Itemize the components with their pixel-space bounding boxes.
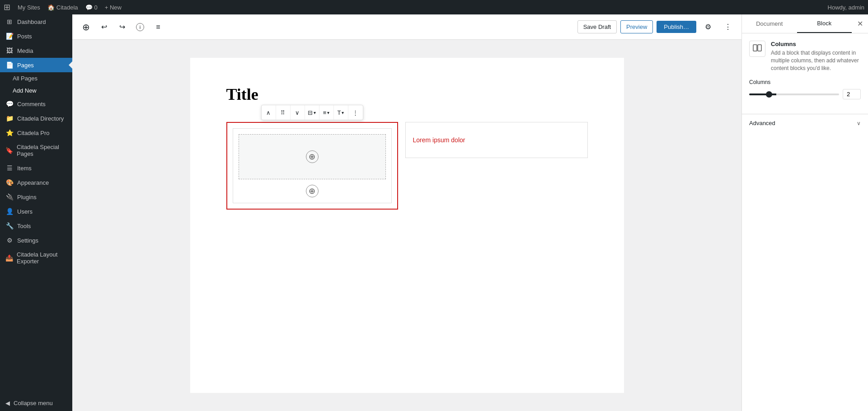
sidebar-label-settings: Settings (17, 237, 38, 244)
sidebar-label-citadela-layout: Citadela Layout Exporter (17, 251, 67, 265)
list-view-button[interactable]: ≡ (150, 19, 166, 35)
align-icon: ≡ (323, 109, 327, 116)
columns-inner: ⊕ ⊕ (233, 128, 392, 203)
block-type-icon-box (749, 41, 765, 57)
block-move-up-button[interactable]: ∧ (262, 105, 276, 120)
add-block-button[interactable]: ⊕ (78, 19, 94, 35)
my-sites-item[interactable]: My Sites (18, 4, 40, 11)
columns-control-section: Columns (749, 79, 861, 99)
citadela-layout-icon: 📤 (5, 254, 13, 262)
sidebar-item-plugins[interactable]: 🔌 Plugins (0, 190, 72, 204)
panel-body: Columns Add a block that displays conten… (742, 33, 868, 114)
sidebar-item-citadela-pro[interactable]: ⭐ Citadela Pro (0, 126, 72, 140)
editor-toolbar: ⊕ ↩ ↪ i ≡ Save Draft Preview (72, 14, 741, 40)
block-more-button[interactable]: ⋮ (348, 105, 363, 120)
sidebar-item-settings[interactable]: ⚙ Settings (0, 233, 72, 248)
block-toolbar: ∧ ⠿ ∨ ⊟ ≡ (261, 105, 363, 120)
sidebar-item-pages[interactable]: 📄 Pages (0, 58, 72, 72)
redo-button[interactable]: ↪ (114, 19, 130, 35)
close-icon: ✕ (857, 19, 863, 28)
comments-item[interactable]: 💬 0 (85, 4, 98, 11)
slider-row (749, 89, 861, 99)
new-item[interactable]: + New (105, 4, 122, 11)
sidebar-item-appearance[interactable]: 🎨 Appearance (0, 175, 72, 190)
sidebar-item-citadela-special[interactable]: 🔖 Citadela Special Pages (0, 140, 72, 161)
sidebar-label-citadela-pro: Citadela Pro (17, 130, 50, 136)
panel-close-button[interactable]: ✕ (852, 14, 868, 33)
block-type-button[interactable]: ⊟ (305, 105, 319, 120)
sidebar-label-pages: Pages (17, 62, 34, 69)
block-type-icon (753, 43, 762, 55)
plugins-icon: 🔌 (5, 193, 14, 201)
sidebar-item-users[interactable]: 👤 Users (0, 204, 72, 219)
lorem-text: Lorem ipsum dolor (413, 136, 465, 144)
settings-button[interactable]: ⚙ (700, 19, 716, 35)
posts-icon: 📝 (5, 33, 14, 40)
advanced-header[interactable]: Advanced ∨ (749, 120, 861, 126)
collapse-icon: ◀ (5, 400, 10, 406)
comments-count: 0 (94, 4, 98, 11)
sidebar-subitem-all-pages[interactable]: All Pages (0, 72, 72, 84)
site-name-item[interactable]: 🏠 Citadela (47, 4, 78, 11)
column-1[interactable]: ⊕ (239, 134, 386, 179)
redo-icon: ↪ (119, 23, 125, 31)
sidebar-item-items[interactable]: ☰ Items (0, 161, 72, 175)
list-view-icon: ≡ (156, 23, 160, 31)
collapse-label: Collapse menu (14, 400, 53, 406)
block-move-down-button[interactable]: ∨ (291, 105, 305, 120)
block-align-button[interactable]: ≡ (319, 105, 334, 120)
more-options-button[interactable]: ⋮ (720, 19, 736, 35)
sidebar-label-plugins: Plugins (17, 194, 37, 201)
my-sites-label: My Sites (18, 4, 40, 11)
save-draft-label: Save Draft (583, 23, 611, 30)
column-1-add-icon: ⊕ (306, 150, 319, 163)
advanced-section: Advanced ∨ (742, 114, 868, 132)
drag-icon: ⠿ (281, 109, 285, 116)
sidebar-label-media: Media (17, 47, 33, 54)
sidebar-label-dashboard: Dashboard (17, 19, 46, 25)
sidebar-item-posts[interactable]: 📝 Posts (0, 29, 72, 43)
preview-button[interactable]: Preview (620, 20, 653, 33)
block-text-button[interactable]: T (334, 105, 348, 120)
new-label: + New (105, 4, 122, 11)
wp-logo-item[interactable]: ⊞ (4, 2, 10, 12)
columns-slider[interactable] (749, 93, 839, 95)
sidebar-item-media[interactable]: 🖼 Media (0, 43, 72, 58)
block-desc: Add a block that displays content in mul… (771, 49, 861, 72)
editor-page: Title ∧ ⠿ ∨ (190, 58, 624, 393)
tab-block[interactable]: Block (797, 14, 852, 33)
more-options-icon: ⋮ (724, 23, 732, 31)
publish-button[interactable]: Publish… (657, 21, 696, 33)
add-block-icon: ⊕ (82, 22, 90, 33)
columns-number-input[interactable] (843, 89, 861, 99)
wp-logo-icon: ⊞ (4, 2, 10, 12)
pages-icon: 📄 (5, 61, 14, 69)
add-block-row: ⊕ (239, 185, 386, 197)
publish-label: Publish… (664, 23, 689, 30)
sidebar-item-citadela-layout[interactable]: 📤 Citadela Layout Exporter (0, 248, 72, 268)
app-layout: ⊞ Dashboard 📝 Posts 🖼 Media 📄 Pages All … (0, 14, 868, 411)
lorem-block[interactable]: Lorem ipsum dolor (405, 122, 588, 158)
block-name: Columns (771, 41, 861, 47)
sidebar-item-dashboard[interactable]: ⊞ Dashboard (0, 14, 72, 29)
sidebar-item-comments[interactable]: 💬 Comments (0, 97, 72, 111)
save-draft-button[interactable]: Save Draft (577, 20, 617, 33)
add-new-label: Add New (13, 87, 37, 94)
svg-rect-1 (758, 45, 761, 51)
columns-block-selected[interactable]: ∧ ⠿ ∨ ⊟ ≡ (226, 122, 398, 210)
info-button[interactable]: i (132, 19, 148, 35)
sidebar-label-appearance: Appearance (17, 179, 49, 186)
add-block-inner-button[interactable]: ⊕ (306, 185, 319, 197)
citadela-special-icon: 🔖 (5, 147, 13, 154)
block-drag-handle[interactable]: ⠿ (276, 105, 291, 120)
columns-toolbar-icon: ⊟ (308, 109, 313, 116)
admin-bar: ⊞ My Sites 🏠 Citadela 💬 0 + New Howdy, a… (0, 0, 868, 14)
tab-document[interactable]: Document (742, 14, 797, 33)
sidebar-item-tools[interactable]: 🔧 Tools (0, 219, 72, 233)
collapse-menu[interactable]: ◀ Collapse menu (0, 395, 72, 411)
sidebar-item-citadela-directory[interactable]: 📁 Citadela Directory (0, 111, 72, 126)
undo-button[interactable]: ↩ (96, 19, 112, 35)
sidebar-subitem-add-new[interactable]: Add New (0, 84, 72, 97)
page-title[interactable]: Title (226, 85, 588, 104)
content-row: ∧ ⠿ ∨ ⊟ ≡ (226, 122, 588, 210)
